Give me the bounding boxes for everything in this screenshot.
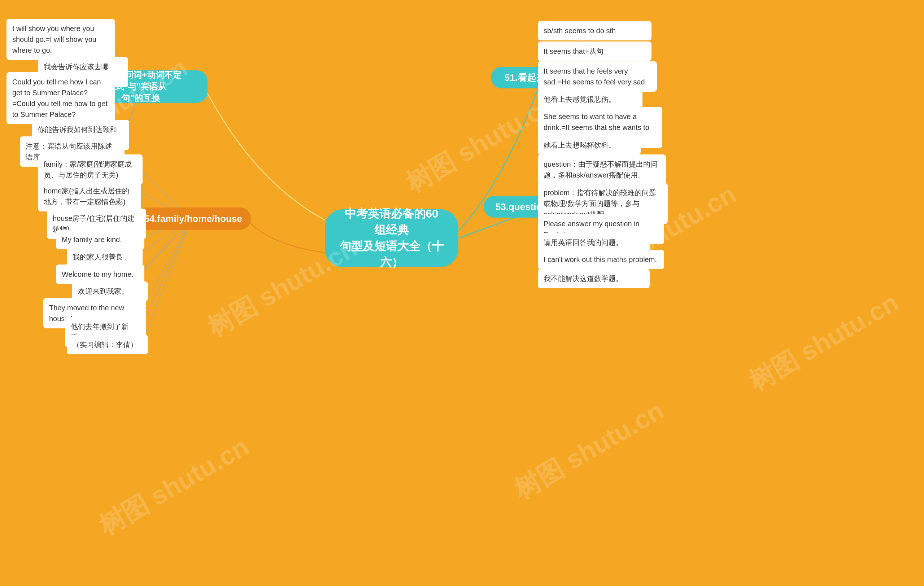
branch-54: 54.family/home/house [135, 207, 251, 230]
svg-line-19 [143, 220, 191, 322]
leaf-54-welcome: Welcome to my home. [56, 265, 144, 284]
leaf-52-3: Could you tell me how I can get to Summe… [7, 72, 115, 124]
center-node: 中考英语必备的60组经典 句型及短语大全（十六） [325, 209, 459, 267]
branch-54-text: 54.family/home/house [144, 213, 242, 224]
leaf-54-editor: （实习编辑：李倩） [67, 335, 148, 354]
watermark-7: 树图 shutu.cn [93, 430, 255, 543]
watermark-5: 树图 shutu.cn [742, 285, 905, 399]
leaf-53-5: I can't work out this maths problem. [538, 250, 664, 269]
leaf-52-1: I will show you where you should go.=I w… [7, 19, 115, 60]
leaf-51-1: sb/sth seems to do sth [538, 21, 652, 40]
leaf-51-6: 她看上去想喝杯饮料。 [538, 135, 641, 155]
svg-line-20 [143, 220, 191, 340]
leaf-53-4: 请用英语回答我的问题。 [538, 233, 650, 252]
svg-line-18 [144, 220, 191, 304]
leaf-54-home: home家(指人出生或居住的地方，带有一定感情色彩) [38, 181, 141, 211]
leaf-53-6: 我不能解决这道数学题。 [538, 269, 650, 288]
leaf-54-myfamily: My family are kind. [56, 230, 144, 249]
leaf-51-2: It seems that+从句 [538, 41, 652, 61]
watermark-6: 树图 shutu.cn [508, 393, 670, 507]
leaf-54-myfamily-cn: 我的家人很善良。 [67, 247, 143, 267]
leaf-54-family: family：家/家庭(强调家庭成员、与居住的房子无关) [38, 155, 143, 185]
leaf-51-3: It seems that he feels very sad.=He seem… [538, 61, 657, 92]
center-node-text: 中考英语必备的60组经典 句型及短语大全（十六） [339, 206, 444, 270]
leaf-51-4: 他看上去感觉很悲伤。 [538, 89, 642, 109]
leaf-53-1: question：由于疑惑不解而提出的问题，多和ask/answer搭配使用。 [538, 155, 666, 185]
